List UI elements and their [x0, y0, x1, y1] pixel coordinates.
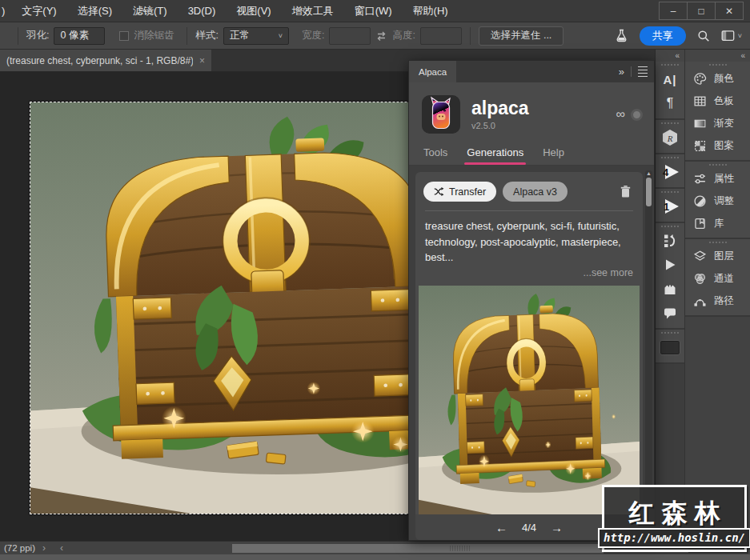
alpaca-panel-tab[interactable]: Alpaca — [409, 61, 456, 82]
menu-item-clipped[interactable]: ) — [2, 0, 11, 22]
play-1-panel-icon[interactable]: 1 — [656, 194, 684, 218]
status-chevron-right-icon[interactable]: › — [42, 542, 46, 554]
watermark-url: http://www.hoslin.cn/ — [598, 528, 750, 548]
drag-handle[interactable] — [656, 62, 684, 67]
menu-items: ) 文字(Y) 选择(S) 滤镜(T) 3D(D) 视图(V) 增效工具 窗口(… — [0, 0, 459, 22]
menu-item-help[interactable]: 帮助(H) — [403, 0, 459, 22]
chevron-down-icon: ˅ — [738, 32, 742, 40]
feather-input[interactable]: 0 像素 — [54, 27, 105, 45]
library-m-panel-icon[interactable] — [656, 277, 684, 301]
tab-tools[interactable]: Tools — [423, 142, 447, 165]
alpaca-panel-tabbar: Alpaca » — [409, 61, 654, 82]
sidebar-item-layers[interactable]: 图层 — [685, 245, 750, 267]
channels-icon — [693, 272, 707, 286]
close-button[interactable]: ✕ — [715, 2, 744, 20]
menu-item-plugins[interactable]: 增效工具 — [282, 0, 344, 22]
sidebar-item-adjustments[interactable]: 调整 — [685, 190, 750, 212]
status-toggle[interactable] — [631, 109, 643, 121]
drag-handle[interactable] — [656, 330, 684, 335]
minimize-button[interactable]: – — [659, 2, 688, 20]
scroll-left-icon[interactable]: ‹ — [60, 542, 63, 554]
pattern-icon — [693, 139, 707, 153]
drag-handle[interactable] — [656, 189, 684, 194]
tab-generations[interactable]: Generations — [467, 142, 523, 165]
menu-item-select[interactable]: 选择(S) — [67, 0, 122, 22]
swatch-panel-icon[interactable] — [656, 335, 684, 359]
prev-generation-arrow[interactable]: ← — [495, 521, 507, 534]
drag-handle[interactable] — [685, 62, 750, 67]
transfer-button[interactable]: Transfer — [423, 182, 496, 202]
antialias-checkbox[interactable] — [119, 31, 129, 41]
sidebar-item-swatches[interactable]: 色板 — [685, 90, 750, 112]
height-input[interactable] — [420, 27, 462, 45]
share-button[interactable]: 共享 — [640, 26, 686, 46]
menu-item-filter[interactable]: 滤镜(T) — [122, 0, 178, 22]
tab-help[interactable]: Help — [543, 142, 564, 165]
height-label: 高度: — [392, 29, 415, 42]
palette-icon — [693, 72, 707, 86]
drag-handle[interactable] — [656, 154, 684, 160]
play-4-panel-icon[interactable]: 4 — [656, 160, 684, 184]
drag-handle[interactable] — [656, 120, 684, 126]
paths-icon — [693, 294, 707, 308]
collapse-panels-icon[interactable]: « — [685, 50, 750, 62]
sidebar-item-gradients[interactable]: 渐变 — [685, 112, 750, 134]
sidebar-item-paths[interactable]: 路径 — [685, 290, 750, 312]
sidebar-item-channels[interactable]: 通道 — [685, 267, 750, 290]
model-version-pill[interactable]: Alpaca v3 — [503, 182, 568, 202]
flask-icon[interactable] — [615, 29, 628, 43]
actions-panel-icon[interactable] — [656, 229, 684, 253]
r-plugin-panel-icon[interactable]: R — [656, 126, 684, 150]
infinity-credits-icon: ∞ — [616, 107, 625, 122]
next-generation-arrow[interactable]: → — [551, 521, 563, 534]
divider — [18, 27, 18, 45]
drag-handle[interactable] — [685, 162, 750, 167]
select-and-mask-button[interactable]: 选择并遮住 ... — [479, 26, 564, 46]
style-select[interactable]: 正常˅ — [223, 27, 289, 45]
collapse-panels-icon[interactable]: « — [656, 50, 684, 62]
width-input[interactable] — [329, 27, 371, 45]
menu-bar: ) 文字(Y) 选择(S) 滤镜(T) 3D(D) 视图(V) 增效工具 窗口(… — [0, 0, 750, 22]
paragraph-panel-icon[interactable]: ¶ — [656, 91, 684, 115]
menu-item-3d[interactable]: 3D(D) — [178, 0, 227, 22]
scrollbar-thumb[interactable] — [646, 178, 652, 206]
menu-item-view[interactable]: 视图(V) — [226, 0, 281, 22]
drag-handle[interactable] — [685, 239, 750, 245]
watermark-title: 红森林 — [604, 496, 744, 531]
panel-menu-icon[interactable] — [638, 66, 648, 78]
comments-panel-icon[interactable] — [656, 301, 684, 325]
menu-item-type[interactable]: 文字(Y) — [11, 0, 66, 22]
maximize-button[interactable]: □ — [687, 2, 716, 20]
collapse-panel-icon[interactable]: » — [619, 66, 624, 78]
see-more-link[interactable]: ...see more — [423, 267, 635, 278]
sidebar-item-properties[interactable]: 属性 — [685, 167, 750, 190]
bottom-strip — [0, 554, 750, 560]
svg-text:R: R — [667, 134, 673, 143]
search-icon[interactable] — [697, 30, 710, 42]
menu-item-window[interactable]: 窗口(W) — [344, 0, 403, 22]
alpaca-header: alpaca v2.5.0 ∞ — [409, 82, 654, 142]
drag-handle[interactable] — [656, 223, 684, 229]
alpaca-plugin-panel: Alpaca » — [408, 60, 655, 541]
character-panel-icon[interactable]: A| — [656, 67, 684, 91]
sidebar-item-color[interactable]: 颜色 — [685, 67, 750, 90]
scroll-up-icon[interactable]: ▲ — [645, 170, 652, 177]
document-tab[interactable]: (treasure chest, cyberpunk, sci - 1, RGB… — [0, 50, 211, 71]
trash-icon[interactable] — [620, 185, 632, 198]
workspace-switcher[interactable]: ˅ — [721, 30, 742, 42]
watermark: 红森林 http://www.hoslin.cn/ — [598, 483, 748, 554]
panel-scrollbar[interactable]: ▲ — [645, 170, 652, 537]
width-label: 宽度: — [302, 29, 324, 42]
swap-dimensions-icon[interactable] — [375, 30, 387, 42]
generated-image-preview[interactable] — [419, 286, 640, 514]
svg-text:1: 1 — [664, 201, 669, 213]
sidebar-item-patterns[interactable]: 图案 — [685, 134, 750, 157]
chevron-down-icon: ˅ — [279, 32, 283, 40]
close-icon[interactable]: × — [199, 55, 205, 66]
shuffle-icon — [434, 186, 444, 197]
sidebar-item-libraries[interactable]: 库 — [685, 212, 750, 234]
divider — [186, 27, 187, 45]
sliders-icon — [693, 172, 707, 186]
alpaca-app-name: alpaca — [471, 98, 529, 118]
play-panel-icon[interactable] — [656, 253, 684, 277]
